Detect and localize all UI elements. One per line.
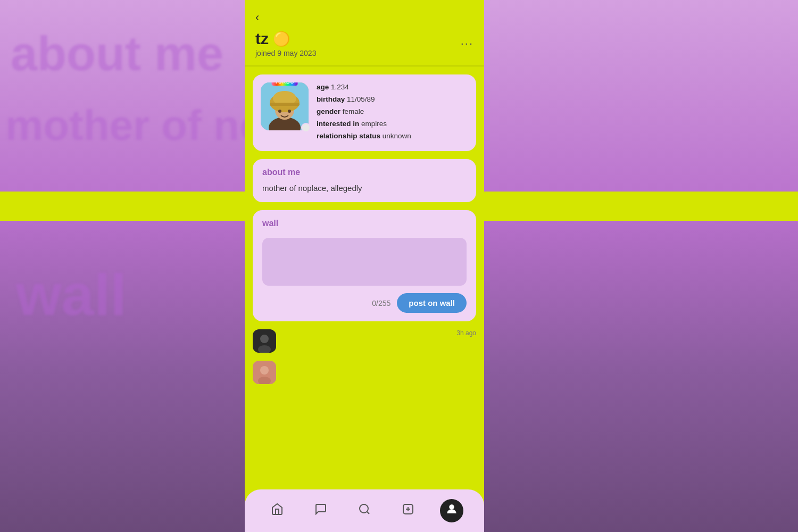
chat-icon [314, 503, 327, 519]
svg-rect-5 [270, 103, 300, 106]
username-emoji: 🟡 [273, 31, 290, 47]
profile-info: age 1.234 birthday 11/05/89 gender femal… [317, 82, 468, 143]
profile-name: tz 🟡 [255, 30, 316, 48]
profile-title-row: tz 🟡 joined 9 may 2023 ··· [255, 30, 473, 57]
post-avatar-svg-1 [253, 329, 276, 353]
post-on-wall-button[interactable]: post on wall [397, 293, 467, 313]
profile-icon [445, 503, 458, 519]
add-icon [402, 503, 414, 519]
nav-search[interactable] [353, 499, 376, 522]
avatar-svg [261, 82, 309, 130]
info-relationship: relationship status unknown [317, 131, 468, 142]
post-timestamp-1: 3h ago [281, 329, 476, 337]
svg-point-6 [278, 110, 281, 113]
svg-point-7 [288, 110, 291, 113]
header: ‹ tz 🟡 joined 9 may 2023 ··· [245, 0, 484, 65]
wall-post-2 [245, 358, 484, 384]
about-me-card: about me mother of noplace, allegedly [253, 159, 476, 202]
bottom-nav [245, 489, 484, 532]
avatar-wrapper: TURBO [261, 82, 309, 130]
profile-name-group: tz 🟡 joined 9 may 2023 [255, 30, 316, 57]
home-icon [271, 503, 284, 519]
post-content-1: 3h ago [281, 329, 476, 338]
bg-text-wall: wall [16, 261, 127, 328]
wall-post-1: 3h ago [245, 329, 484, 358]
nav-home[interactable] [265, 499, 289, 522]
post-avatar-2 [253, 361, 276, 384]
wall-textarea[interactable] [262, 238, 467, 286]
about-me-title: about me [262, 168, 467, 177]
bottom-spacer [245, 384, 484, 437]
char-count: 0/255 [372, 299, 390, 307]
back-button[interactable]: ‹ [255, 11, 259, 24]
info-age: age 1.234 [317, 82, 468, 93]
nav-profile[interactable] [440, 499, 463, 522]
svg-point-9 [260, 335, 269, 343]
svg-point-19 [450, 505, 454, 509]
avatar-status-dot [301, 123, 311, 132]
svg-point-14 [360, 504, 368, 513]
nav-chat[interactable] [309, 499, 332, 522]
post-avatar-1 [253, 329, 276, 353]
turbo-badge: TURBO [272, 82, 298, 86]
svg-line-15 [367, 512, 369, 514]
profile-card: TURBO [253, 74, 476, 151]
wall-title: wall [262, 219, 467, 228]
wall-actions: 0/255 post on wall [262, 293, 467, 313]
search-icon [358, 503, 371, 519]
nav-add[interactable] [396, 499, 420, 522]
svg-point-12 [260, 366, 269, 375]
info-birthday: birthday 11/05/89 [317, 95, 468, 105]
info-interested: interested in empires [317, 119, 468, 129]
bg-text-about: about me [11, 27, 223, 81]
about-me-content: mother of noplace, allegedly [262, 182, 467, 194]
scroll-area[interactable]: ‹ tz 🟡 joined 9 may 2023 ··· TURBO [245, 0, 484, 489]
info-gender: gender female [317, 107, 468, 117]
more-button[interactable]: ··· [461, 37, 473, 51]
join-date: joined 9 may 2023 [255, 49, 316, 57]
main-panel: ‹ tz 🟡 joined 9 may 2023 ··· TURBO [245, 0, 484, 532]
header-divider [245, 65, 484, 66]
wall-card: wall 0/255 post on wall [253, 210, 476, 321]
post-avatar-svg-2 [253, 361, 276, 384]
avatar-image: TURBO [261, 82, 309, 130]
username-text: tz [255, 30, 269, 48]
